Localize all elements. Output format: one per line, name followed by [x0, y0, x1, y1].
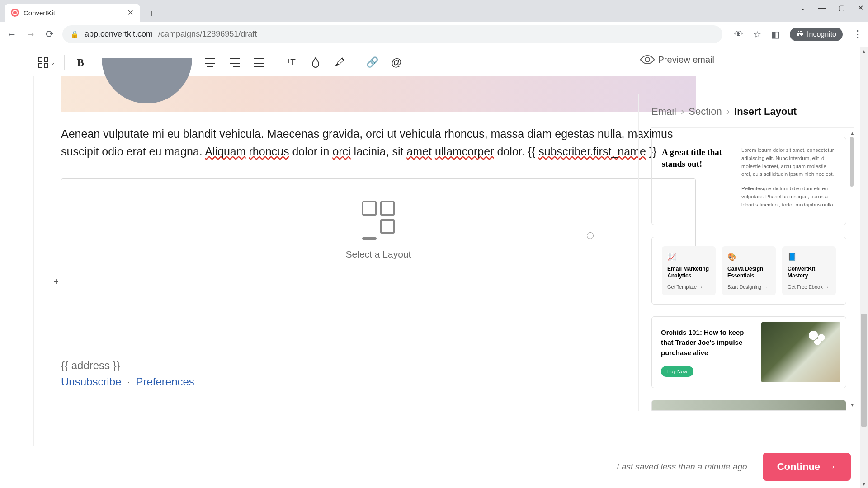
convertkit-favicon — [11, 9, 19, 17]
scrollbar-thumb[interactable] — [850, 137, 854, 187]
chevron-right-icon: › — [726, 106, 730, 117]
link-button[interactable]: 🔗 — [361, 52, 383, 72]
editor-toolbar: ⌄ B I U S T 🖍 🔗 @ — [33, 50, 408, 75]
address-merge-tag[interactable]: {{ address }} — [61, 359, 696, 372]
crumb-email[interactable]: Email — [651, 106, 676, 117]
close-tab-icon[interactable]: ✕ — [127, 8, 134, 18]
url-field[interactable]: 🔒 app.convertkit.com/campaigns/12896951/… — [62, 25, 722, 43]
layout-preview-cta: Buy Now — [661, 366, 693, 377]
add-block-button[interactable]: + — [50, 276, 62, 288]
mini-card: 📈 Email Marketing Analytics Get Template… — [662, 246, 716, 295]
continue-button[interactable]: Continue → — [763, 453, 851, 481]
preview-label: Preview email — [658, 55, 714, 65]
separator-dot: · — [127, 375, 130, 388]
cursor-indicator — [587, 232, 594, 239]
align-justify-button[interactable] — [248, 52, 270, 72]
panel-icon[interactable]: ◧ — [771, 29, 780, 40]
mini-card: 🎨 Canva Design Essentials Start Designin… — [722, 246, 776, 295]
eye-icon — [640, 52, 655, 67]
spellcheck-word: rhoncus — [249, 145, 289, 158]
spellcheck-word: ullamcorper — [435, 145, 494, 158]
layout-preview-title: A great title that stands out! — [662, 146, 730, 216]
chevron-right-icon: › — [681, 106, 684, 117]
right-sidebar: Email › Section › Insert Layout ▴ A grea… — [638, 94, 860, 446]
spellcheck-word: orci — [332, 145, 350, 158]
layout-menu-button[interactable]: ⌄ — [33, 52, 60, 72]
browser-menu-icon[interactable]: ⋮ — [853, 28, 863, 40]
new-tab-button[interactable]: + — [144, 6, 159, 22]
grid-icon — [38, 57, 48, 68]
reload-button[interactable]: ⟳ — [43, 28, 56, 41]
mention-button[interactable]: @ — [385, 52, 408, 72]
arrow-right-icon: → — [826, 461, 836, 473]
mini-card: 📘 ConvertKit Mastery Get Free Ebook → — [782, 246, 836, 295]
scroll-down-icon[interactable]: ▾ — [860, 481, 868, 487]
book-icon: 📘 — [788, 253, 830, 261]
scrollbar-thumb[interactable] — [861, 314, 867, 427]
separator — [275, 55, 275, 70]
layout-option-three-cards[interactable]: 📈 Email Marketing Analytics Get Template… — [651, 237, 846, 305]
hero-image[interactable] — [61, 76, 696, 112]
last-saved-label: Last saved less than a minute ago — [617, 462, 747, 472]
layout-option-text-image[interactable]: Orchids 101: How to keep that Trader Joe… — [651, 316, 846, 389]
unsubscribe-link[interactable]: Unsubscribe — [61, 375, 121, 388]
preferences-link[interactable]: Preferences — [136, 375, 194, 388]
incognito-label: Incognito — [807, 30, 836, 38]
browser-chrome: ConvertKit ✕ + ⌄ — ▢ ✕ ← → ⟳ 🔒 app.conve… — [0, 0, 868, 47]
incognito-icon: 🕶 — [796, 30, 803, 38]
chevron-down-icon: ⌄ — [50, 59, 56, 66]
layout-option-partial[interactable] — [651, 400, 846, 411]
bookmark-icon[interactable]: ☆ — [753, 29, 761, 40]
align-right-button[interactable] — [223, 52, 246, 72]
page-scrollbar[interactable]: ▴ ▾ — [860, 47, 868, 488]
bottom-bar: Last saved less than a minute ago Contin… — [0, 446, 868, 488]
scroll-down-icon[interactable]: ▾ — [851, 401, 854, 408]
forward-button[interactable]: → — [24, 28, 37, 41]
body-paragraph[interactable]: Aenean vulputate mi eu blandit vehicula.… — [61, 125, 696, 160]
layout-placeholder-label: Select a Layout — [346, 249, 411, 260]
incognito-badge[interactable]: 🕶 Incognito — [790, 28, 843, 41]
layout-placeholder[interactable]: Select a Layout + — [61, 178, 696, 282]
layout-preview-image — [652, 400, 846, 410]
url-path: /campaigns/12896951/draft — [158, 29, 257, 39]
layout-option-title-text[interactable]: A great title that stands out! Lorem ips… — [651, 137, 846, 225]
crumb-section[interactable]: Section — [689, 106, 722, 117]
crumb-current: Insert Layout — [734, 106, 797, 117]
layout-options-list: ▴ A great title that stands out! Lorem i… — [651, 127, 854, 411]
browser-tab[interactable]: ConvertKit ✕ — [5, 4, 140, 22]
tab-search-icon[interactable]: ⌄ — [800, 4, 806, 12]
email-canvas: Aenean vulputate mi eu blandit vehicula.… — [33, 76, 723, 488]
footer-links: Unsubscribe · Preferences — [61, 375, 696, 388]
highlight-button[interactable]: 🖍 — [329, 52, 351, 72]
email-footer: {{ address }} Unsubscribe · Preferences — [61, 359, 696, 388]
tab-bar: ConvertKit ✕ + ⌄ — ▢ ✕ — [0, 0, 868, 22]
tab-title: ConvertKit — [24, 9, 123, 17]
back-button[interactable]: ← — [5, 28, 18, 41]
bold-button[interactable]: B — [69, 52, 92, 72]
minimize-icon[interactable]: — — [818, 4, 826, 12]
layout-preview-text: Orchids 101: How to keep that Trader Joe… — [657, 322, 751, 383]
layout-icon — [362, 201, 395, 240]
lock-icon: 🔒 — [71, 30, 79, 38]
preview-email-button[interactable]: Preview email — [642, 54, 714, 65]
spellcheck-word: Aliquam — [205, 145, 245, 158]
separator — [356, 55, 356, 70]
layout-preview-image — [761, 322, 840, 383]
palette-icon: 🎨 — [727, 253, 770, 261]
app: ⌄ B I U S T 🖍 🔗 @ Preview email — [0, 47, 868, 488]
merge-tag: {{ subscriber.first_name }} — [528, 145, 657, 158]
url-host: app.convertkit.com — [85, 29, 153, 39]
address-bar: ← → ⟳ 🔒 app.convertkit.com/campaigns/128… — [0, 22, 868, 47]
maximize-icon[interactable]: ▢ — [838, 4, 845, 12]
layout-preview-body: Lorem ipsum dolor sit amet, consectetur … — [741, 146, 836, 216]
spellcheck-word: amet — [406, 145, 432, 158]
scroll-up-icon[interactable]: ▴ — [851, 130, 854, 136]
text-size-button[interactable]: T — [280, 52, 302, 72]
align-center-button[interactable] — [199, 52, 222, 72]
breadcrumb: Email › Section › Insert Layout — [651, 106, 854, 117]
scroll-up-icon[interactable]: ▴ — [860, 48, 868, 54]
close-window-icon[interactable]: ✕ — [858, 4, 863, 12]
text-color-button[interactable] — [304, 52, 327, 72]
window-controls: ⌄ — ▢ ✕ — [800, 4, 863, 12]
eye-off-icon[interactable]: 👁 — [734, 29, 743, 39]
